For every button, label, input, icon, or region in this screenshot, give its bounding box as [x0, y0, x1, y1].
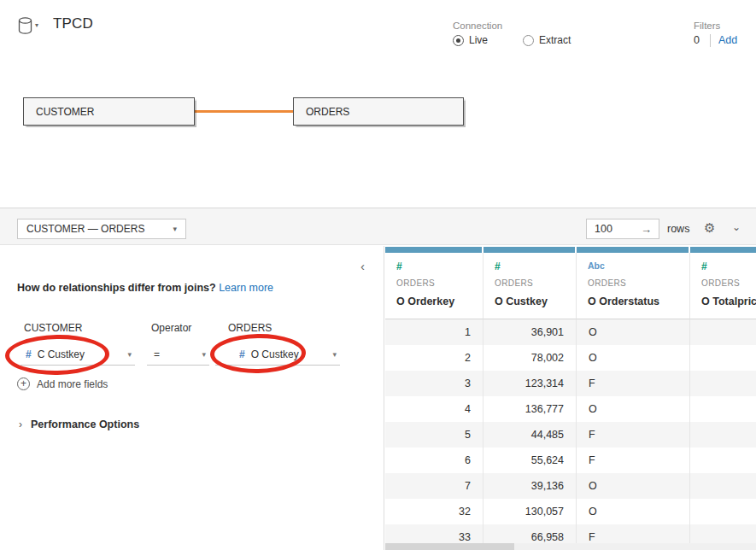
table-row: 1 36,901 O 173,6 [385, 319, 756, 345]
operator-value: = [154, 348, 160, 360]
table-row: 5 44,485 F 144,6 [385, 422, 756, 448]
cell-custkey: 130,057 [483, 499, 577, 524]
column-strip [690, 247, 756, 253]
canvas-table-orders-label: ORDERS [306, 106, 349, 118]
relationship-editor-panel: ‹ How do relationships differ from joins… [0, 246, 384, 550]
column-header-orderkey[interactable]: # ORDERS O Orderkey [385, 253, 483, 319]
add-more-fields-label: Add more fields [37, 378, 108, 390]
database-icon[interactable] [18, 17, 32, 38]
rows-label: rows [667, 223, 689, 235]
radio-live[interactable]: Live [453, 34, 488, 46]
left-table-label: CUSTOMER [24, 322, 82, 334]
canvas-table-customer-label: CUSTOMER [36, 106, 94, 118]
relationship-selector-value: CUSTOMER — ORDERS [26, 223, 144, 235]
datasource-title: TPCD [53, 15, 93, 32]
cell-totalprice: 144,6 [690, 422, 756, 448]
relationship-selector-dropdown[interactable]: CUSTOMER — ORDERS ▾ [17, 219, 186, 239]
cell-custkey: 78,002 [483, 345, 577, 371]
datagrid-toolbar: CUSTOMER — ORDERS ▾ → rows ⚙ ⌄ [0, 208, 756, 245]
column-header-custkey[interactable]: # ORDERS O Custkey [483, 253, 577, 319]
relationship-connector-line[interactable] [195, 110, 293, 113]
cell-custkey: 123,314 [483, 371, 577, 396]
cell-orderstatus: O [577, 499, 690, 524]
filters-divider [710, 34, 711, 47]
caret-down-icon: ▾ [173, 225, 177, 233]
number-type-icon: # [396, 260, 483, 276]
horizontal-scrollbar-track[interactable] [385, 543, 756, 550]
data-preview-grid: # ORDERS O Orderkey # ORDERS O Custkey A… [385, 245, 756, 550]
caret-down-icon: ▾ [332, 350, 340, 359]
cell-custkey: 36,901 [483, 319, 577, 345]
column-highlight-strips [385, 247, 756, 253]
filters-add-link[interactable]: Add [718, 34, 737, 46]
cell-orderkey: 1 [385, 319, 483, 345]
right-field-value: O Custkey [251, 348, 299, 360]
radio-extract-label: Extract [539, 34, 571, 46]
cell-orderstatus: O [577, 345, 690, 371]
column-table-name: ORDERS [701, 278, 756, 288]
radio-extract-icon[interactable] [523, 35, 534, 46]
collapse-panel-icon[interactable]: ‹ [360, 259, 365, 273]
column-header-orderstatus[interactable]: Abc ORDERS O Orderstatus [577, 253, 690, 319]
column-strip [483, 247, 575, 253]
add-more-fields-button[interactable]: + Add more fields [17, 377, 108, 390]
chevron-right-icon: › [19, 418, 22, 430]
canvas-table-orders[interactable]: ORDERS [293, 97, 464, 126]
table-row: 4 136,777 O 32, [385, 396, 756, 422]
gear-icon[interactable]: ⚙ [704, 220, 715, 236]
row-count-input[interactable] [587, 223, 631, 235]
column-header-totalprice[interactable]: # ORDERS O Totalprice [690, 253, 756, 319]
apply-row-count-arrow-icon[interactable]: → [641, 223, 659, 236]
database-menu-caret-icon[interactable]: ▾ [35, 21, 38, 29]
connection-label: Connection [453, 20, 502, 31]
grid-header-row: # ORDERS O Orderkey # ORDERS O Custkey A… [385, 253, 756, 319]
cell-orderstatus: O [577, 473, 690, 499]
cell-orderstatus: O [577, 396, 690, 422]
cell-orderstatus: O [577, 319, 690, 345]
left-field-value: C Custkey [38, 348, 85, 360]
cell-custkey: 44,485 [483, 422, 577, 448]
cell-orderkey: 4 [385, 396, 483, 422]
radio-live-icon[interactable] [453, 35, 464, 46]
right-field-dropdown[interactable]: # O Custkey ▾ [215, 343, 340, 366]
cell-orderkey: 2 [385, 345, 483, 371]
column-field-name: O Custkey [495, 295, 576, 307]
cell-totalprice: 58,7 [690, 448, 756, 473]
learn-more-link[interactable]: Learn more [219, 282, 273, 294]
operator-dropdown[interactable]: = ▾ [147, 343, 209, 366]
plus-circle-icon: + [17, 377, 30, 390]
table-row: 2 78,002 O 46,9 [385, 345, 756, 371]
performance-options-toggle[interactable]: › Performance Options [19, 418, 139, 430]
radio-extract[interactable]: Extract [523, 34, 571, 46]
column-field-name: O Totalprice [701, 295, 756, 307]
canvas-table-customer[interactable]: CUSTOMER [23, 97, 195, 126]
cell-orderkey: 7 [385, 473, 483, 499]
operator-label: Operator [151, 322, 191, 334]
cell-orderkey: 6 [385, 448, 483, 473]
cell-totalprice: 32, [690, 396, 756, 422]
string-type-icon: Abc [588, 260, 689, 276]
cell-custkey: 55,624 [483, 448, 577, 473]
cell-totalprice: 208,6 [690, 499, 756, 524]
cell-custkey: 39,136 [483, 473, 577, 499]
cell-orderstatus: F [577, 448, 690, 473]
cell-totalprice: 46,9 [690, 345, 756, 371]
question-text: How do relationships differ from joins? [17, 282, 216, 294]
horizontal-scrollbar-thumb[interactable] [385, 543, 514, 550]
caret-down-icon: ▾ [127, 350, 135, 359]
number-field-icon: # [239, 348, 245, 360]
column-strip [385, 247, 482, 253]
performance-options-label: Performance Options [31, 418, 139, 430]
cell-orderstatus: F [577, 422, 690, 448]
column-field-name: O Orderkey [396, 295, 483, 307]
number-field-icon: # [26, 348, 32, 360]
filters-label: Filters [694, 20, 720, 31]
column-field-name: O Orderstatus [588, 295, 689, 307]
table-row: 32 130,057 O 208,6 [385, 499, 756, 524]
left-field-dropdown[interactable]: # C Custkey ▾ [21, 343, 135, 366]
column-table-name: ORDERS [588, 278, 689, 288]
cell-orderkey: 32 [385, 499, 483, 524]
number-type-icon: # [495, 260, 576, 276]
chevron-down-icon[interactable]: ⌄ [732, 221, 741, 233]
column-strip [577, 247, 689, 253]
